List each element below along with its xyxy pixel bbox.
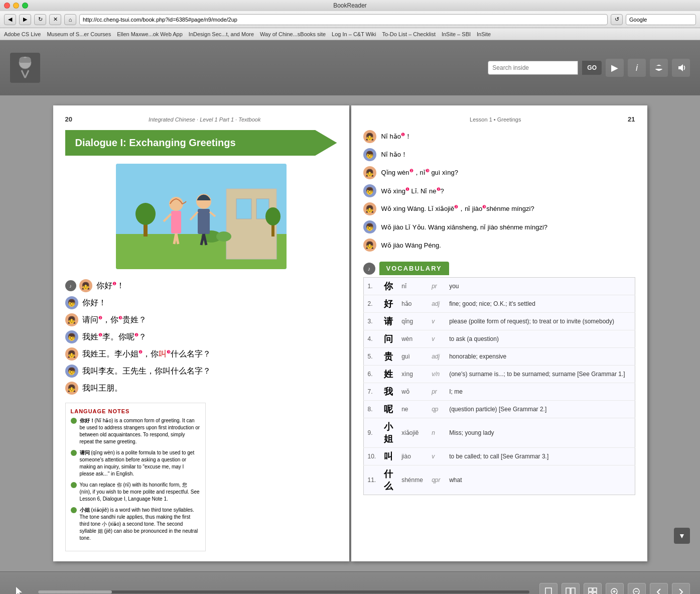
vocab-pos-5: adj [428, 348, 445, 366]
vocab-chinese-9: 小姐 [380, 418, 397, 448]
refresh-button[interactable]: ↺ [611, 14, 623, 25]
vocab-def-7: I; me [445, 383, 635, 401]
grid-view-button[interactable] [584, 583, 602, 595]
right-avatar-boy-4: 👦 [363, 184, 376, 197]
vocab-def-6: (one's) surname is...; to be surnamed; s… [445, 366, 635, 383]
right-page-number: 21 [628, 115, 635, 123]
vocab-pinyin-1: nǐ [397, 278, 428, 295]
zoom-in-button[interactable] [606, 583, 624, 595]
double-page-view-button[interactable] [562, 583, 580, 595]
bookmark-indesign[interactable]: InDesign Sec...t, and More [189, 31, 254, 37]
url-input[interactable] [79, 14, 608, 25]
audio-button[interactable] [672, 59, 690, 77]
bookmark-insite-sbi[interactable]: InSite – SBI [442, 31, 471, 37]
svg-rect-26 [566, 588, 570, 595]
right-text-3: Qǐng wèn❷，nǐ❸ guì xìng? [381, 168, 458, 177]
vocab-row-7: 7. 我 wǒ pr I; me [363, 383, 635, 401]
close-button[interactable] [4, 3, 10, 9]
vocab-title: VOCABULARY [379, 262, 449, 275]
avatar-boy-6: 👦 [65, 365, 78, 378]
dialogue-line-5: 👧 我姓王。李小姐❷，你叫❸什么名字？ [65, 347, 337, 361]
prev-page-button[interactable] [650, 583, 668, 595]
right-line-4: 👦 Wǒ xìng❶ Lǐ. Nǐ ne❷? [363, 184, 635, 197]
audio-icon-1[interactable]: ♪ [65, 280, 76, 291]
svg-rect-11 [171, 211, 181, 233]
svg-point-9 [216, 231, 231, 242]
svg-point-24 [265, 207, 281, 225]
info-button[interactable]: i [628, 59, 646, 77]
vocab-def-10: to be called; to call [See Grammar 3.] [445, 448, 635, 465]
reload-button[interactable]: ↻ [34, 14, 46, 25]
progress-bar[interactable] [38, 590, 529, 593]
single-page-view-button[interactable] [539, 583, 557, 595]
note-text-2: 请问 (qǐng wèn) is a polite formula to be … [80, 449, 200, 478]
bookmark-museum[interactable]: Museum of S...er Courses [47, 31, 111, 37]
bookmark-todo[interactable]: To-Do List – Checklist [382, 31, 436, 37]
dialogue-text-1: 你好❶！ [96, 281, 124, 291]
svg-rect-30 [589, 592, 592, 595]
maximize-button[interactable] [22, 3, 28, 9]
bookmarks-bar: Adobe CS Live Museum of S...er Courses E… [0, 28, 700, 40]
vocab-chinese-11: 什么 [380, 465, 397, 495]
vocab-chinese-6: 姓 [380, 366, 397, 383]
bookmark-login[interactable]: Log In – C&T Wiki [332, 31, 376, 37]
minimize-button[interactable] [13, 3, 19, 9]
bookmark-ellen[interactable]: Ellen Maxwe...ok Web App [117, 31, 183, 37]
note-text-3: You can replace 你 (nǐ) with its honorifi… [80, 482, 200, 503]
go-button[interactable]: GO [582, 61, 602, 75]
stop-button[interactable]: ✕ [49, 14, 61, 25]
left-dialogue-section: ♪ 👧 你好❶！ 👦 你好！ 👧 请问❷，你❸贵姓？ 👦 我姓❶李。你呢❷？ [65, 279, 337, 395]
title-bar: BookReader [0, 0, 700, 11]
play-button[interactable]: ▶ [606, 59, 624, 77]
right-line-6: 👦 Wǒ jiào Lǐ Yǒu. Wáng xiānsheng, nǐ jià… [363, 220, 635, 233]
vocab-pinyin-2: hǎo [397, 295, 428, 313]
bottom-toolbar [0, 571, 700, 594]
search-inside-input[interactable] [488, 61, 578, 75]
right-page: Lesson 1 • Greetings 21 👧 Nǐ hǎo❶！ 👦 Nǐ … [351, 105, 647, 561]
back-button[interactable]: ◀ [4, 14, 16, 25]
vocabulary-section: ♪ VOCABULARY 1. 你 nǐ pr you 2. [363, 262, 635, 495]
zoom-out-button[interactable] [628, 583, 646, 595]
home-button[interactable]: ⌂ [64, 14, 76, 25]
right-avatar-girl-1: 👧 [363, 130, 376, 143]
vocab-num-3: 3. [363, 313, 380, 330]
forward-button[interactable]: ▶ [19, 14, 31, 25]
vocab-pinyin-9: xiǎojiě [397, 418, 428, 448]
progress-track [38, 590, 529, 593]
vocab-def-4: to ask (a question) [445, 330, 635, 348]
right-text-1: Nǐ hǎo❶！ [381, 132, 411, 141]
bookmark-wayof[interactable]: Way of Chine...sBooks site [260, 31, 326, 37]
dialogue-line-3: 👧 请问❷，你❸贵姓？ [65, 313, 337, 326]
nav-search-input[interactable] [626, 14, 696, 25]
vocab-def-8: (question particle) [See Grammar 2.] [445, 401, 635, 418]
scroll-down-button[interactable]: ▼ [674, 528, 690, 544]
app-logo[interactable] [10, 53, 40, 83]
bookmark-adobe[interactable]: Adobe CS Live [4, 31, 41, 37]
vocab-pinyin-3: qǐng [397, 313, 428, 330]
vocab-row-9: 9. 小姐 xiǎojiě n Miss; young lady [363, 418, 635, 448]
right-avatar-girl-3: 👧 [363, 166, 376, 179]
vocab-audio-icon[interactable]: ♪ [363, 263, 375, 275]
dialogue-text-7: 我叫王朋。 [82, 383, 122, 394]
right-avatar-boy-2: 👦 [363, 148, 376, 161]
avatar-girl-7: 👧 [65, 382, 78, 395]
note-bullet-3 [71, 482, 77, 488]
bookmark-insite[interactable]: InSite [477, 31, 491, 37]
vocab-num-9: 9. [363, 418, 380, 448]
share-button[interactable] [650, 59, 668, 77]
vocab-pos-7: pr [428, 383, 445, 401]
dialogue-line-1: ♪ 👧 你好❶！ [65, 279, 337, 292]
right-avatar-girl-5: 👧 [363, 202, 376, 215]
vocab-num-6: 6. [363, 366, 380, 383]
next-page-button[interactable] [672, 583, 690, 595]
right-text-4: Wǒ xìng❶ Lǐ. Nǐ ne❷? [381, 187, 444, 195]
window-title: BookReader [333, 2, 367, 9]
vocab-def-3: please (polite form of request); to trea… [445, 313, 635, 330]
vocabulary-table: 1. 你 nǐ pr you 2. 好 hǎo adj fine; good; … [363, 277, 635, 495]
vocab-def-11: what [445, 465, 635, 495]
vocab-pinyin-4: wèn [397, 330, 428, 348]
dialogue-text-6: 我叫李友。王先生，你叫什么名字？ [82, 366, 211, 377]
avatar-boy-4: 👦 [65, 330, 78, 343]
note-item-2: 请问 (qǐng wèn) is a polite formula to be … [71, 449, 200, 478]
vocab-def-1: you [445, 278, 635, 295]
